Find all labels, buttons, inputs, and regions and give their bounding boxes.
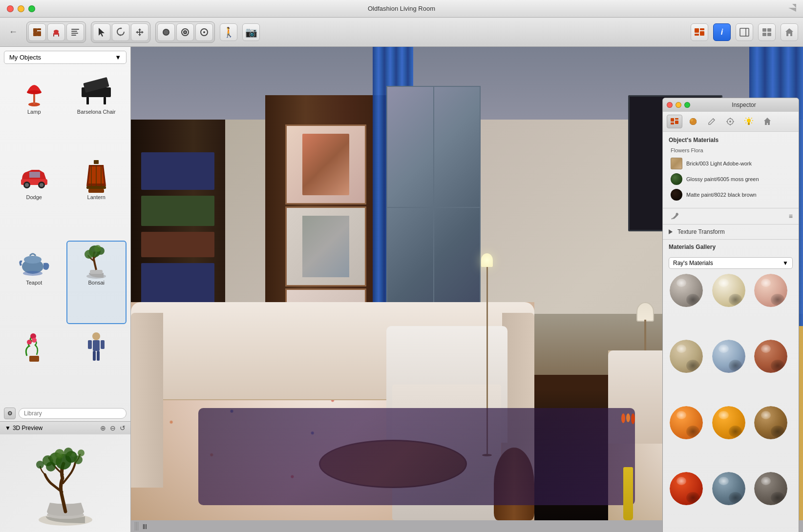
walk-mode-button[interactable]: 🚶 <box>220 23 237 41</box>
render-full-button[interactable] <box>195 23 213 41</box>
material-item-black-brown[interactable]: Matte paint/8022 black brown <box>669 187 793 202</box>
window <box>386 86 481 328</box>
gallery-sphere-9[interactable] <box>753 405 788 440</box>
toolbar-list-button[interactable] <box>66 23 84 41</box>
inspector-tab-objects[interactable] <box>667 115 682 128</box>
material-name-brick: Brick/003 Light Adobe-work <box>686 160 752 167</box>
close-button[interactable] <box>7 5 14 12</box>
rug <box>198 408 635 505</box>
inspector-tab-edit[interactable] <box>704 115 719 128</box>
object-item-bonsai[interactable]: Bonsai <box>66 241 127 324</box>
toggle-panels-button[interactable] <box>736 23 753 41</box>
texture-transform-header[interactable]: Texture Transform <box>669 228 793 235</box>
object-item-lamp[interactable]: Lamp <box>4 70 64 153</box>
gallery-sphere-3[interactable] <box>753 273 788 308</box>
materials-gallery-section: Materials Gallery Ray's Materials ▼ <box>663 240 799 532</box>
svg-rect-26 <box>762 33 766 36</box>
objects-materials-title: Object's Materials <box>669 137 793 143</box>
toolbar-chair-button[interactable] <box>47 23 65 41</box>
inspector-tab-materials[interactable] <box>685 115 701 128</box>
record-button[interactable] <box>157 23 175 41</box>
resize-handle[interactable] <box>135 522 139 531</box>
svg-point-55 <box>94 245 101 252</box>
reset-view-button[interactable]: ↺ <box>120 424 126 432</box>
gallery-sphere-8[interactable] <box>711 405 746 440</box>
gallery-sphere-1[interactable] <box>669 273 704 308</box>
toolbar-objects-button[interactable] <box>28 23 46 41</box>
gallery-grid <box>669 273 793 532</box>
lantern-icon <box>77 159 116 193</box>
svg-point-58 <box>27 340 32 345</box>
texture-expand-icon <box>669 229 673 234</box>
camera-button[interactable]: 📷 <box>242 23 260 41</box>
svg-rect-8 <box>71 31 77 32</box>
preview-controls: ⊕ ⊖ ↺ <box>100 424 126 432</box>
rotate-tool-button[interactable] <box>112 23 129 41</box>
barcelona-chair-label: Barselona Chair <box>77 109 116 115</box>
eyedropper-button[interactable] <box>669 210 680 222</box>
object-item-dodge[interactable]: Dodge <box>4 155 64 239</box>
view-mode-button[interactable] <box>758 23 776 41</box>
inspector-close-button[interactable] <box>667 102 673 108</box>
move-tool-button[interactable] <box>131 23 148 41</box>
gallery-sphere-5[interactable] <box>711 339 746 374</box>
main-content: My Objects ▼ Lamp <box>0 47 803 532</box>
gallery-sphere-7[interactable] <box>669 405 704 440</box>
svg-rect-27 <box>767 33 771 36</box>
svg-rect-34 <box>104 97 106 104</box>
zoom-out-button[interactable]: ⊖ <box>110 424 116 432</box>
gallery-dropdown-arrow: ▼ <box>782 260 788 266</box>
render360-button[interactable] <box>176 23 194 41</box>
svg-point-60 <box>92 332 100 340</box>
minimize-button[interactable] <box>18 5 24 12</box>
gallery-sphere-10[interactable] <box>669 471 704 506</box>
maximize-button[interactable] <box>28 5 35 12</box>
material-item-brick[interactable]: Brick/003 Light Adobe-work <box>669 156 793 171</box>
gallery-sphere-12[interactable] <box>753 471 788 506</box>
select-tool-button[interactable] <box>93 23 110 41</box>
material-menu-button[interactable]: ≡ <box>789 212 793 220</box>
material-swatch-brick <box>671 158 682 169</box>
object-item-teapot[interactable]: Teapot <box>4 241 64 324</box>
gallery-sphere-11[interactable] <box>711 471 746 506</box>
svg-rect-83 <box>675 121 678 124</box>
back-button[interactable]: ← <box>5 25 21 39</box>
materials-gallery-dropdown[interactable]: Ray's Materials ▼ <box>669 257 793 269</box>
room-vase <box>615 413 642 520</box>
inspector-tab-light[interactable] <box>741 115 757 128</box>
svg-rect-25 <box>767 28 771 32</box>
material-item-moss[interactable]: Glossy paint/6005 moss green <box>669 172 793 186</box>
inspector-tab-building[interactable] <box>760 115 775 128</box>
search-input[interactable] <box>19 408 127 419</box>
object-item-plants[interactable] <box>4 326 64 404</box>
toolbar-objects-icon[interactable] <box>691 23 708 41</box>
objects-materials-section: Object's Materials Flowers Flora Brick/0… <box>663 132 799 208</box>
object-item-barcelona-chair[interactable]: Barselona Chair <box>66 70 127 153</box>
gallery-sphere-6[interactable] <box>753 339 788 374</box>
title-bar: Oldfashion Living Room <box>0 0 803 18</box>
inspector-tab-tools[interactable] <box>722 115 738 128</box>
my-objects-label: My Objects <box>9 54 41 61</box>
material-swatch-moss <box>671 173 682 185</box>
inspector-maximize-button[interactable] <box>684 102 690 108</box>
home-button[interactable] <box>781 23 798 41</box>
my-objects-dropdown[interactable]: My Objects ▼ <box>4 51 127 64</box>
info-button[interactable]: i <box>713 23 731 41</box>
preview-header[interactable]: ▼ 3D Preview ⊕ ⊖ ↺ <box>0 422 130 434</box>
viewport[interactable]: ||| Inspector <box>131 47 803 532</box>
svg-rect-22 <box>740 28 749 36</box>
preview-section: ▼ 3D Preview ⊕ ⊖ ↺ <box>0 421 130 532</box>
gallery-sphere-4[interactable] <box>669 339 704 374</box>
preview-label: 3D Preview <box>13 425 42 431</box>
search-gear-button[interactable]: ⚙ <box>4 408 16 419</box>
object-item-lantern[interactable]: Lantern <box>66 155 127 239</box>
gallery-dropdown-label: Ray's Materials <box>673 260 713 266</box>
svg-rect-84 <box>671 123 674 124</box>
svg-point-17 <box>203 31 205 33</box>
zoom-in-button[interactable]: ⊕ <box>100 424 106 432</box>
object-item-person[interactable] <box>66 326 127 404</box>
inspector-minimize-button[interactable] <box>676 102 681 108</box>
gallery-sphere-2[interactable] <box>711 273 746 308</box>
plants-icon <box>15 330 54 364</box>
toolbar-group-objects <box>26 21 86 43</box>
